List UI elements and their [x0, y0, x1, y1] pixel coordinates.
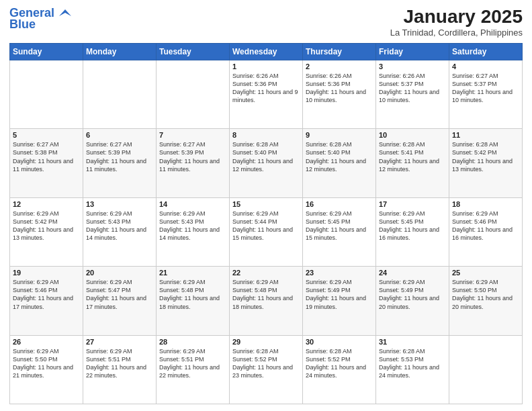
- calendar-cell: 19Sunrise: 6:29 AM Sunset: 5:46 PM Dayli…: [10, 267, 83, 335]
- day-number: 24: [379, 269, 446, 277]
- day-info: Sunrise: 6:29 AM Sunset: 5:44 PM Dayligh…: [232, 210, 300, 242]
- col-thursday: Thursday: [303, 43, 376, 60]
- col-wednesday: Wednesday: [230, 43, 303, 60]
- calendar-cell: 24Sunrise: 6:29 AM Sunset: 5:49 PM Dayli…: [376, 267, 449, 335]
- day-number: 3: [379, 62, 446, 71]
- day-info: Sunrise: 6:29 AM Sunset: 5:46 PM Dayligh…: [13, 278, 80, 311]
- calendar-week-5: 26Sunrise: 6:29 AM Sunset: 5:50 PM Dayli…: [10, 335, 523, 404]
- calendar-cell: 21Sunrise: 6:29 AM Sunset: 5:48 PM Dayli…: [157, 267, 230, 335]
- calendar-cell: 17Sunrise: 6:29 AM Sunset: 5:45 PM Dayli…: [376, 197, 449, 266]
- logo-bird-icon: [59, 9, 71, 17]
- day-number: 16: [306, 200, 373, 208]
- day-info: Sunrise: 6:29 AM Sunset: 5:45 PM Dayligh…: [306, 210, 373, 242]
- page: General Blue January 2025 La Trinidad, C…: [0, 0, 532, 411]
- day-info: Sunrise: 6:29 AM Sunset: 5:48 PM Dayligh…: [232, 278, 300, 311]
- day-info: Sunrise: 6:28 AM Sunset: 5:40 PM Dayligh…: [232, 140, 300, 173]
- calendar-cell: 31Sunrise: 6:28 AM Sunset: 5:53 PM Dayli…: [376, 335, 449, 404]
- day-info: Sunrise: 6:28 AM Sunset: 5:53 PM Dayligh…: [379, 347, 446, 380]
- col-tuesday: Tuesday: [157, 43, 230, 60]
- day-info: Sunrise: 6:29 AM Sunset: 5:45 PM Dayligh…: [379, 210, 446, 242]
- day-number: 7: [159, 131, 226, 139]
- day-number: 1: [232, 62, 300, 71]
- calendar-cell: 23Sunrise: 6:29 AM Sunset: 5:49 PM Dayli…: [303, 267, 376, 335]
- col-monday: Monday: [83, 43, 157, 60]
- calendar-cell: 6Sunrise: 6:27 AM Sunset: 5:39 PM Daylig…: [83, 129, 157, 197]
- calendar-cell: 12Sunrise: 6:29 AM Sunset: 5:42 PM Dayli…: [10, 197, 83, 266]
- day-info: Sunrise: 6:28 AM Sunset: 5:42 PM Dayligh…: [452, 140, 519, 173]
- day-number: 26: [13, 338, 80, 346]
- day-number: 23: [306, 269, 373, 277]
- day-number: 4: [452, 62, 519, 71]
- day-number: 8: [232, 131, 300, 139]
- calendar-title: January 2025: [390, 7, 523, 28]
- day-number: 9: [306, 131, 373, 139]
- calendar-cell: 16Sunrise: 6:29 AM Sunset: 5:45 PM Dayli…: [303, 197, 376, 266]
- day-number: 15: [232, 200, 300, 208]
- col-saturday: Saturday: [449, 43, 523, 60]
- calendar-cell: 18Sunrise: 6:29 AM Sunset: 5:46 PM Dayli…: [449, 197, 523, 266]
- day-number: 29: [232, 338, 300, 346]
- day-number: 31: [379, 338, 446, 346]
- day-info: Sunrise: 6:29 AM Sunset: 5:42 PM Dayligh…: [13, 210, 80, 242]
- calendar-cell: 22Sunrise: 6:29 AM Sunset: 5:48 PM Dayli…: [230, 267, 303, 335]
- calendar-cell: 9Sunrise: 6:28 AM Sunset: 5:40 PM Daylig…: [303, 129, 376, 197]
- calendar-cell: 2Sunrise: 6:26 AM Sunset: 5:36 PM Daylig…: [303, 60, 376, 128]
- day-number: 19: [13, 269, 80, 277]
- day-number: 27: [86, 338, 153, 346]
- calendar-week-4: 19Sunrise: 6:29 AM Sunset: 5:46 PM Dayli…: [10, 267, 523, 335]
- day-info: Sunrise: 6:29 AM Sunset: 5:46 PM Dayligh…: [452, 210, 519, 242]
- day-info: Sunrise: 6:26 AM Sunset: 5:36 PM Dayligh…: [232, 72, 300, 105]
- calendar-cell: [157, 60, 230, 128]
- col-friday: Friday: [376, 43, 449, 60]
- logo-blue: Blue: [9, 17, 36, 32]
- day-number: 13: [86, 200, 153, 208]
- calendar-cell: [83, 60, 157, 128]
- calendar-week-3: 12Sunrise: 6:29 AM Sunset: 5:42 PM Dayli…: [10, 197, 523, 266]
- day-info: Sunrise: 6:29 AM Sunset: 5:51 PM Dayligh…: [86, 347, 153, 380]
- day-number: 17: [379, 200, 446, 208]
- day-info: Sunrise: 6:29 AM Sunset: 5:50 PM Dayligh…: [452, 278, 519, 311]
- day-number: 2: [306, 62, 373, 71]
- calendar-cell: 4Sunrise: 6:27 AM Sunset: 5:37 PM Daylig…: [449, 60, 523, 128]
- calendar-cell: 26Sunrise: 6:29 AM Sunset: 5:50 PM Dayli…: [10, 335, 83, 404]
- day-info: Sunrise: 6:27 AM Sunset: 5:39 PM Dayligh…: [86, 140, 153, 173]
- calendar-cell: 13Sunrise: 6:29 AM Sunset: 5:43 PM Dayli…: [83, 197, 157, 266]
- day-info: Sunrise: 6:29 AM Sunset: 5:43 PM Dayligh…: [159, 210, 226, 242]
- calendar-week-1: 1Sunrise: 6:26 AM Sunset: 5:36 PM Daylig…: [10, 60, 523, 128]
- svg-marker-0: [59, 9, 71, 16]
- calendar-cell: 28Sunrise: 6:29 AM Sunset: 5:51 PM Dayli…: [157, 335, 230, 404]
- day-info: Sunrise: 6:27 AM Sunset: 5:39 PM Dayligh…: [159, 140, 226, 173]
- day-number: 20: [86, 269, 153, 277]
- day-number: 14: [159, 200, 226, 208]
- day-number: 11: [452, 131, 519, 139]
- day-number: 28: [159, 338, 226, 346]
- calendar-cell: 14Sunrise: 6:29 AM Sunset: 5:43 PM Dayli…: [157, 197, 230, 266]
- day-number: 22: [232, 269, 300, 277]
- calendar-cell: 20Sunrise: 6:29 AM Sunset: 5:47 PM Dayli…: [83, 267, 157, 335]
- logo: General Blue: [9, 7, 71, 32]
- day-number: 10: [379, 131, 446, 139]
- day-info: Sunrise: 6:29 AM Sunset: 5:48 PM Dayligh…: [159, 278, 226, 311]
- calendar-table: Sunday Monday Tuesday Wednesday Thursday…: [9, 43, 523, 404]
- header: General Blue January 2025 La Trinidad, C…: [9, 7, 523, 38]
- day-number: 5: [13, 131, 80, 139]
- day-info: Sunrise: 6:26 AM Sunset: 5:36 PM Dayligh…: [306, 72, 373, 105]
- day-number: 25: [452, 269, 519, 277]
- calendar-cell: 25Sunrise: 6:29 AM Sunset: 5:50 PM Dayli…: [449, 267, 523, 335]
- calendar-header: Sunday Monday Tuesday Wednesday Thursday…: [10, 43, 523, 60]
- day-number: 6: [86, 131, 153, 139]
- day-number: 30: [306, 338, 373, 346]
- calendar-cell: 27Sunrise: 6:29 AM Sunset: 5:51 PM Dayli…: [83, 335, 157, 404]
- day-info: Sunrise: 6:29 AM Sunset: 5:47 PM Dayligh…: [86, 278, 153, 311]
- day-info: Sunrise: 6:29 AM Sunset: 5:50 PM Dayligh…: [13, 347, 80, 380]
- calendar-cell: 10Sunrise: 6:28 AM Sunset: 5:41 PM Dayli…: [376, 129, 449, 197]
- day-info: Sunrise: 6:29 AM Sunset: 5:49 PM Dayligh…: [379, 278, 446, 311]
- calendar-cell: 3Sunrise: 6:26 AM Sunset: 5:37 PM Daylig…: [376, 60, 449, 128]
- day-number: 21: [159, 269, 226, 277]
- calendar-cell: [10, 60, 83, 128]
- day-info: Sunrise: 6:29 AM Sunset: 5:43 PM Dayligh…: [86, 210, 153, 242]
- calendar-cell: [449, 335, 523, 404]
- col-sunday: Sunday: [10, 43, 83, 60]
- calendar-cell: 11Sunrise: 6:28 AM Sunset: 5:42 PM Dayli…: [449, 129, 523, 197]
- calendar-cell: 30Sunrise: 6:28 AM Sunset: 5:52 PM Dayli…: [303, 335, 376, 404]
